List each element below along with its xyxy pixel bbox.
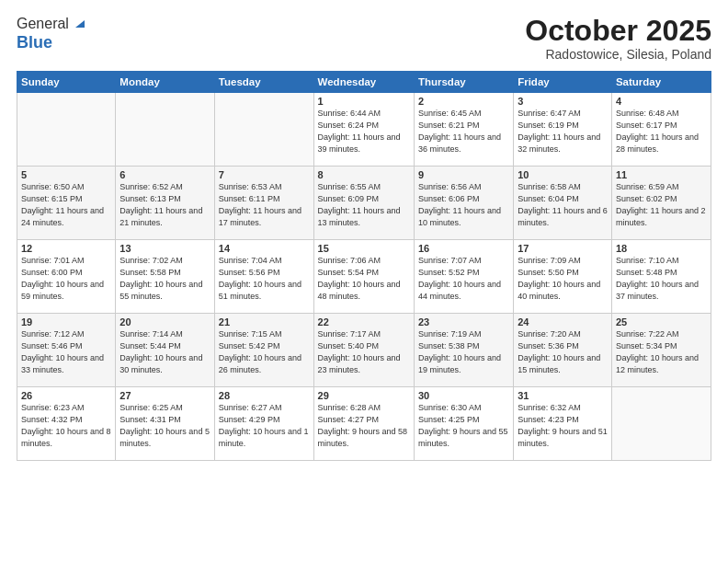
day-info: Sunrise: 6:23 AM Sunset: 4:32 PM Dayligh… xyxy=(21,402,111,450)
table-row xyxy=(17,93,116,167)
day-info: Sunrise: 7:01 AM Sunset: 6:00 PM Dayligh… xyxy=(21,255,111,303)
table-row: 1Sunrise: 6:44 AM Sunset: 6:24 PM Daylig… xyxy=(313,93,414,167)
logo-blue-text: Blue xyxy=(17,33,52,52)
day-number: 3 xyxy=(518,96,608,107)
day-number: 7 xyxy=(219,169,310,180)
table-row: 14Sunrise: 7:04 AM Sunset: 5:56 PM Dayli… xyxy=(214,240,313,314)
day-number: 22 xyxy=(318,316,410,327)
day-info: Sunrise: 7:20 AM Sunset: 5:36 PM Dayligh… xyxy=(518,328,608,376)
day-number: 20 xyxy=(119,316,210,327)
col-saturday: Saturday xyxy=(611,72,711,93)
table-row: 8Sunrise: 6:55 AM Sunset: 6:09 PM Daylig… xyxy=(313,167,414,240)
day-info: Sunrise: 7:14 AM Sunset: 5:44 PM Dayligh… xyxy=(119,328,210,376)
table-row: 25Sunrise: 7:22 AM Sunset: 5:34 PM Dayli… xyxy=(611,314,711,387)
day-info: Sunrise: 6:58 AM Sunset: 6:04 PM Dayligh… xyxy=(518,181,608,229)
logo: General Blue xyxy=(17,15,86,52)
svg-marker-0 xyxy=(75,20,85,28)
table-row: 17Sunrise: 7:09 AM Sunset: 5:50 PM Dayli… xyxy=(514,240,612,314)
col-thursday: Thursday xyxy=(414,72,513,93)
table-row: 12Sunrise: 7:01 AM Sunset: 6:00 PM Dayli… xyxy=(17,240,116,314)
day-number: 1 xyxy=(318,96,410,107)
table-row: 24Sunrise: 7:20 AM Sunset: 5:36 PM Dayli… xyxy=(514,314,612,387)
day-number: 6 xyxy=(119,169,210,180)
day-info: Sunrise: 6:56 AM Sunset: 6:06 PM Dayligh… xyxy=(418,181,509,229)
table-row: 5Sunrise: 6:50 AM Sunset: 6:15 PM Daylig… xyxy=(17,167,116,240)
col-sunday: Sunday xyxy=(17,72,116,93)
title-area: October 2025 Radostowice, Silesia, Polan… xyxy=(525,15,711,62)
table-row: 28Sunrise: 6:27 AM Sunset: 4:29 PM Dayli… xyxy=(214,387,313,461)
table-row: 20Sunrise: 7:14 AM Sunset: 5:44 PM Dayli… xyxy=(116,314,215,387)
day-number: 12 xyxy=(21,243,111,254)
table-row: 16Sunrise: 7:07 AM Sunset: 5:52 PM Dayli… xyxy=(414,240,513,314)
calendar-table: Sunday Monday Tuesday Wednesday Thursday… xyxy=(17,71,711,461)
day-number: 14 xyxy=(219,243,310,254)
table-row: 23Sunrise: 7:19 AM Sunset: 5:38 PM Dayli… xyxy=(414,314,513,387)
table-row: 27Sunrise: 6:25 AM Sunset: 4:31 PM Dayli… xyxy=(116,387,215,461)
day-info: Sunrise: 6:45 AM Sunset: 6:21 PM Dayligh… xyxy=(418,108,509,155)
day-number: 29 xyxy=(318,390,410,401)
day-info: Sunrise: 7:07 AM Sunset: 5:52 PM Dayligh… xyxy=(418,255,509,303)
table-row: 13Sunrise: 7:02 AM Sunset: 5:58 PM Dayli… xyxy=(116,240,215,314)
table-row: 22Sunrise: 7:17 AM Sunset: 5:40 PM Dayli… xyxy=(313,314,414,387)
day-info: Sunrise: 6:30 AM Sunset: 4:25 PM Dayligh… xyxy=(418,402,509,450)
day-info: Sunrise: 7:19 AM Sunset: 5:38 PM Dayligh… xyxy=(418,328,509,376)
day-info: Sunrise: 7:04 AM Sunset: 5:56 PM Dayligh… xyxy=(219,255,310,303)
logo-icon xyxy=(72,15,86,29)
day-number: 28 xyxy=(219,390,310,401)
table-row xyxy=(116,93,215,167)
day-info: Sunrise: 7:06 AM Sunset: 5:54 PM Dayligh… xyxy=(318,255,410,303)
day-number: 31 xyxy=(518,390,608,401)
table-row: 26Sunrise: 6:23 AM Sunset: 4:32 PM Dayli… xyxy=(17,387,116,461)
table-row: 7Sunrise: 6:53 AM Sunset: 6:11 PM Daylig… xyxy=(214,167,313,240)
day-info: Sunrise: 6:59 AM Sunset: 6:02 PM Dayligh… xyxy=(616,181,707,229)
day-info: Sunrise: 7:02 AM Sunset: 5:58 PM Dayligh… xyxy=(119,255,210,303)
table-row: 6Sunrise: 6:52 AM Sunset: 6:13 PM Daylig… xyxy=(116,167,215,240)
day-info: Sunrise: 6:50 AM Sunset: 6:15 PM Dayligh… xyxy=(21,181,111,229)
day-number: 5 xyxy=(21,169,111,180)
table-row: 2Sunrise: 6:45 AM Sunset: 6:21 PM Daylig… xyxy=(414,93,513,167)
table-row: 10Sunrise: 6:58 AM Sunset: 6:04 PM Dayli… xyxy=(514,167,612,240)
day-number: 16 xyxy=(418,243,509,254)
day-number: 23 xyxy=(418,316,509,327)
day-number: 26 xyxy=(21,390,111,401)
day-info: Sunrise: 7:12 AM Sunset: 5:46 PM Dayligh… xyxy=(21,328,111,376)
day-number: 13 xyxy=(119,243,210,254)
table-row xyxy=(611,387,711,461)
table-row: 3Sunrise: 6:47 AM Sunset: 6:19 PM Daylig… xyxy=(514,93,612,167)
month-title: October 2025 xyxy=(525,15,711,47)
col-wednesday: Wednesday xyxy=(313,72,414,93)
day-info: Sunrise: 7:22 AM Sunset: 5:34 PM Dayligh… xyxy=(616,328,707,376)
day-number: 18 xyxy=(616,243,707,254)
table-row: 18Sunrise: 7:10 AM Sunset: 5:48 PM Dayli… xyxy=(611,240,711,314)
day-number: 19 xyxy=(21,316,111,327)
day-info: Sunrise: 7:15 AM Sunset: 5:42 PM Dayligh… xyxy=(219,328,310,376)
table-row xyxy=(214,93,313,167)
day-info: Sunrise: 6:25 AM Sunset: 4:31 PM Dayligh… xyxy=(119,402,210,450)
col-friday: Friday xyxy=(514,72,612,93)
day-info: Sunrise: 7:09 AM Sunset: 5:50 PM Dayligh… xyxy=(518,255,608,303)
day-number: 24 xyxy=(518,316,608,327)
day-number: 27 xyxy=(119,390,210,401)
day-number: 2 xyxy=(418,96,509,107)
day-info: Sunrise: 6:27 AM Sunset: 4:29 PM Dayligh… xyxy=(219,402,310,450)
day-number: 21 xyxy=(219,316,310,327)
day-number: 30 xyxy=(418,390,509,401)
day-number: 10 xyxy=(518,169,608,180)
table-row: 19Sunrise: 7:12 AM Sunset: 5:46 PM Dayli… xyxy=(17,314,116,387)
day-number: 25 xyxy=(616,316,707,327)
calendar-week-row: 5Sunrise: 6:50 AM Sunset: 6:15 PM Daylig… xyxy=(17,167,711,240)
day-info: Sunrise: 6:52 AM Sunset: 6:13 PM Dayligh… xyxy=(119,181,210,229)
location: Radostowice, Silesia, Poland xyxy=(525,47,711,62)
table-row: 4Sunrise: 6:48 AM Sunset: 6:17 PM Daylig… xyxy=(611,93,711,167)
table-row: 31Sunrise: 6:32 AM Sunset: 4:23 PM Dayli… xyxy=(514,387,612,461)
day-info: Sunrise: 6:28 AM Sunset: 4:27 PM Dayligh… xyxy=(318,402,410,450)
table-row: 30Sunrise: 6:30 AM Sunset: 4:25 PM Dayli… xyxy=(414,387,513,461)
col-tuesday: Tuesday xyxy=(214,72,313,93)
day-info: Sunrise: 7:10 AM Sunset: 5:48 PM Dayligh… xyxy=(616,255,707,303)
day-info: Sunrise: 7:17 AM Sunset: 5:40 PM Dayligh… xyxy=(318,328,410,376)
table-row: 29Sunrise: 6:28 AM Sunset: 4:27 PM Dayli… xyxy=(313,387,414,461)
table-row: 21Sunrise: 7:15 AM Sunset: 5:42 PM Dayli… xyxy=(214,314,313,387)
calendar-week-row: 26Sunrise: 6:23 AM Sunset: 4:32 PM Dayli… xyxy=(17,387,711,461)
day-number: 4 xyxy=(616,96,707,107)
calendar-header-row: Sunday Monday Tuesday Wednesday Thursday… xyxy=(17,72,711,93)
